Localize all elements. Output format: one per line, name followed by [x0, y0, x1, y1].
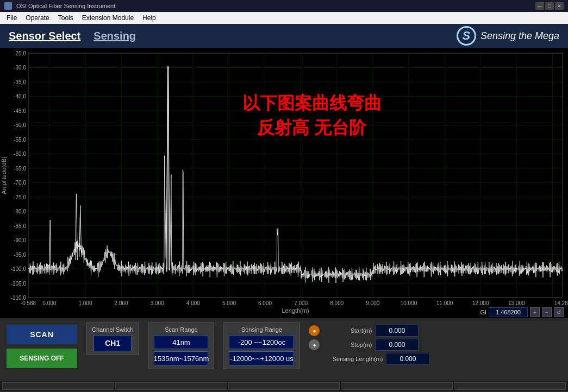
- measurement-panel: ● Start(m) ● Stop(m) Sensing Length(m): [309, 323, 561, 365]
- gi-reset-button[interactable]: ↺: [554, 307, 564, 317]
- progress-seg-4: [341, 382, 453, 390]
- progress-seg-5: [454, 382, 566, 390]
- length-input[interactable]: [386, 353, 429, 365]
- scan-button[interactable]: SCAN: [7, 325, 77, 344]
- start-row: ● Start(m): [309, 325, 561, 337]
- nav-sensing[interactable]: Sensing: [93, 30, 136, 42]
- menu-help[interactable]: Help: [138, 13, 160, 23]
- menu-extension[interactable]: Extension Module: [78, 13, 138, 23]
- chart-container: 以下图案曲线弯曲 反射高 无台阶 GI + − ↺: [0, 48, 568, 318]
- logo-text: Sensing the Mega: [480, 30, 559, 42]
- menu-tools[interactable]: Tools: [54, 13, 78, 23]
- nav-bar: Sensor Select Sensing S Sensing the Mega: [0, 24, 568, 48]
- menu-bar: File Operate Tools Extension Module Help: [0, 12, 568, 24]
- progress-seg-1: [2, 382, 114, 390]
- scan-range-panel: Scan Range 41nm 1535nm~1576nm: [148, 323, 214, 369]
- app-icon: [4, 2, 12, 10]
- gi-control: GI + − ↺: [480, 307, 564, 317]
- sensing-range-label: Sensing Range: [241, 326, 282, 333]
- app-title: OSI Optical Fiber Sensing Instrument: [16, 3, 115, 9]
- progress-seg-2: [115, 382, 227, 390]
- start-input[interactable]: [375, 325, 419, 337]
- start-label: Start(m): [323, 327, 372, 334]
- sensing-range-panel: Sensing Range -200 ~~1200oc -12000~~+120…: [223, 323, 300, 369]
- channel-switch-panel: Channel Switch CH1: [86, 323, 139, 355]
- progress-seg-3: [228, 382, 340, 390]
- stop-icon: ●: [309, 339, 320, 350]
- title-bar: OSI Optical Fiber Sensing Instrument — □…: [0, 0, 568, 12]
- sensing-range-val2: -12000~~+12000 us: [229, 351, 294, 365]
- sensing-range-val1: -200 ~~1200oc: [229, 335, 294, 349]
- gi-minus-button[interactable]: −: [542, 307, 552, 317]
- window-controls: — □ ✕: [535, 2, 564, 10]
- action-buttons: SCAN SENSING OFF: [7, 323, 77, 368]
- close-button[interactable]: ✕: [555, 2, 564, 10]
- channel-value[interactable]: CH1: [93, 335, 132, 351]
- progress-bar: [0, 381, 568, 391]
- menu-operate[interactable]: Operate: [21, 13, 53, 23]
- nav-logo: S Sensing the Mega: [457, 26, 559, 46]
- length-label: Sensing Length(m): [323, 356, 383, 362]
- scan-range-label: Scan Range: [165, 326, 198, 333]
- scan-range-val2: 1535nm~1576nm: [154, 351, 208, 365]
- stop-row: ● Stop(m): [309, 339, 561, 351]
- gi-plus-button[interactable]: +: [530, 307, 540, 317]
- stop-input[interactable]: [375, 339, 419, 351]
- sensing-button[interactable]: SENSING OFF: [7, 349, 77, 368]
- chart-canvas: [0, 48, 568, 318]
- maximize-button[interactable]: □: [545, 2, 554, 10]
- channel-switch-label: Channel Switch: [92, 326, 133, 333]
- start-icon: ●: [309, 325, 320, 336]
- menu-file[interactable]: File: [2, 13, 21, 23]
- scan-range-val1: 41nm: [154, 335, 208, 349]
- gi-input[interactable]: [489, 307, 528, 317]
- stop-label: Stop(m): [323, 342, 372, 348]
- minimize-button[interactable]: —: [535, 2, 544, 10]
- nav-sensor-select[interactable]: Sensor Select: [9, 30, 80, 42]
- length-row: Sensing Length(m): [309, 353, 561, 365]
- bottom-controls: SCAN SENSING OFF Channel Switch CH1 Scan…: [0, 318, 568, 381]
- logo-icon: S: [457, 26, 476, 46]
- gi-label: GI: [480, 309, 486, 315]
